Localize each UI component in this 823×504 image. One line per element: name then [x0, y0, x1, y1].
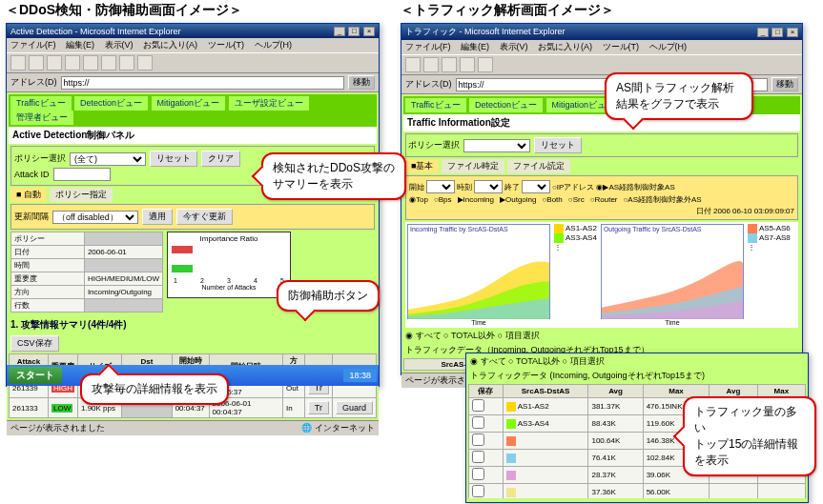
- home-button[interactable]: [478, 57, 493, 72]
- row-checkbox[interactable]: [472, 433, 484, 446]
- menu-help[interactable]: ヘルプ(H): [649, 42, 688, 51]
- tab-traffic[interactable]: Trafficビュー: [10, 96, 72, 111]
- maximize-button[interactable]: □: [348, 27, 360, 36]
- taskbar-clock: 18:38: [343, 369, 377, 382]
- home-button[interactable]: [83, 55, 98, 71]
- tr-button[interactable]: Tr: [308, 401, 329, 414]
- zone-text: 🌐 インターネット: [301, 422, 375, 434]
- date-label: 日付 2006 06-10 03:09:09:07: [409, 206, 794, 216]
- refresh-button[interactable]: [65, 55, 80, 71]
- tab-basic[interactable]: ■基本: [405, 159, 439, 173]
- minimize-button[interactable]: _: [757, 28, 769, 37]
- start-h[interactable]: [426, 180, 455, 193]
- reset-button[interactable]: リセット: [150, 151, 197, 167]
- menu-tools[interactable]: ツール(T): [208, 40, 245, 50]
- interval-select[interactable]: （off disabled）: [52, 211, 138, 224]
- traffic-filter: ポリシー選択 リセット: [405, 133, 798, 157]
- nav-tabs: Trafficビュー Detectionビュー Mitigationビュー ユー…: [9, 94, 377, 127]
- bar-high: [172, 246, 193, 253]
- back-button[interactable]: [405, 57, 421, 72]
- menu-file[interactable]: ファイル(F): [10, 40, 56, 50]
- go-button[interactable]: 移動: [348, 75, 375, 90]
- go-button[interactable]: 移動: [772, 77, 798, 91]
- tab-file2[interactable]: ファイル読定: [507, 159, 570, 173]
- menu-fav[interactable]: お気に入り(A): [538, 42, 592, 51]
- clear-button[interactable]: クリア: [201, 151, 240, 167]
- close-button[interactable]: ×: [363, 27, 375, 36]
- row-checkbox[interactable]: [472, 399, 484, 412]
- now-button[interactable]: 今すぐ更新: [176, 209, 233, 225]
- callout-summary: 検知されたDDoS攻撃の サマリーを表示: [261, 152, 406, 200]
- titlebar: Active Detection - Microsoft Internet Ex…: [7, 24, 379, 38]
- favorites-button[interactable]: [119, 55, 134, 71]
- panel-header: Active Detection制御パネル: [9, 127, 377, 144]
- bar-low: [172, 265, 193, 272]
- detail-radio[interactable]: ◉ すべて ○ TOTAL以外 ○ 項目選択: [466, 353, 808, 370]
- menu-view[interactable]: 表示(V): [500, 42, 528, 51]
- tab-row: ■基本 ファイル時定 ファイル読定: [405, 159, 798, 173]
- menu-help[interactable]: ヘルプ(H): [255, 40, 293, 50]
- refresh-button[interactable]: [460, 57, 475, 72]
- stop-button[interactable]: [442, 57, 457, 72]
- window-controls: _ □ ×: [333, 26, 375, 36]
- address-bar: アドレス(D) 移動: [7, 73, 379, 92]
- row-checkbox[interactable]: [472, 485, 484, 497]
- right-section-title: ＜トラフィック解析画面イメージ＞: [401, 2, 614, 19]
- close-button[interactable]: ×: [787, 28, 798, 37]
- start-m[interactable]: [474, 180, 503, 193]
- tab-detection[interactable]: Detectionビュー: [74, 96, 148, 111]
- apply-button[interactable]: 適用: [142, 209, 173, 225]
- address-input[interactable]: [61, 76, 345, 90]
- menu-edit[interactable]: 編集(E): [461, 42, 489, 51]
- tab-detection[interactable]: Detectionビュー: [469, 98, 543, 112]
- policy-select[interactable]: (全て): [70, 152, 146, 166]
- window-title: トラフィック - Microsoft Internet Explorer: [405, 26, 566, 38]
- history-button[interactable]: [137, 55, 153, 71]
- tab-mitigation[interactable]: Mitigationビュー: [152, 96, 226, 111]
- menu-tools[interactable]: ツール(T): [603, 42, 640, 51]
- attack-id-input[interactable]: [53, 168, 111, 181]
- row-checkbox[interactable]: [472, 416, 484, 429]
- tab-policy[interactable]: ポリシー指定: [50, 188, 113, 202]
- forward-button[interactable]: [423, 57, 439, 72]
- status-text: ページが表示されました: [10, 422, 105, 434]
- start-button[interactable]: スタート: [9, 367, 62, 384]
- callout-guard: 防御補助ボタン: [277, 280, 380, 312]
- tab-file1[interactable]: ファイル時定: [442, 159, 504, 173]
- tab-traffic[interactable]: Trafficビュー: [405, 98, 466, 112]
- statusbar: ページが表示されました 🌐 インターネット: [7, 420, 379, 435]
- menu-edit[interactable]: 編集(E): [66, 40, 94, 50]
- minimize-button[interactable]: _: [334, 27, 345, 36]
- forward-button[interactable]: [29, 55, 44, 71]
- chart-title: Importance Ratio: [170, 234, 288, 243]
- menu-view[interactable]: 表示(V): [105, 40, 134, 50]
- menu-file[interactable]: ファイル(F): [405, 42, 451, 51]
- search-button[interactable]: [101, 55, 116, 71]
- table-row[interactable]: 37.36K56.00K: [469, 484, 806, 499]
- policy-label: ポリシー選択: [14, 152, 66, 165]
- stop-button[interactable]: [47, 55, 62, 71]
- tab-user[interactable]: ユーザ設定ビュー: [229, 96, 309, 111]
- menu-fav[interactable]: お気に入り(A): [143, 40, 197, 50]
- window-title: Active Detection - Microsoft Internet Ex…: [10, 27, 181, 36]
- maximize-button[interactable]: □: [772, 28, 783, 37]
- guard-button[interactable]: Guard: [336, 401, 373, 414]
- row-checkbox[interactable]: [472, 451, 484, 463]
- tab-auto[interactable]: ■ 自動: [10, 188, 47, 202]
- callout-as-traffic: AS間トラフィック解析 結果をグラフで表示: [605, 72, 753, 120]
- footer-radio[interactable]: ◉ すべて ○ TOTAL以外 ○ 項目選択: [405, 330, 798, 342]
- csv-button[interactable]: CSV保存: [10, 335, 59, 352]
- attack-list-header: 1. 攻撃情報サマリ(4件/4件): [10, 318, 375, 332]
- policy-select[interactable]: [463, 139, 530, 152]
- left-section-title: ＜DDoS検知・防御補助画面イメージ＞: [6, 2, 242, 19]
- interval-panel: 更新間隔 （off disabled） 適用 今すぐ更新: [10, 204, 375, 230]
- reset-button[interactable]: リセット: [534, 137, 582, 153]
- interval-label: 更新間隔: [14, 211, 49, 223]
- end-h[interactable]: [522, 180, 550, 193]
- traffic-options: 開始 時刻 終了 ○IPアドレス ◉▶AS経路制御対象AS ◉Top ○Bps …: [405, 175, 798, 220]
- policy-label: ポリシー選択: [408, 139, 460, 151]
- toolbar: [7, 52, 379, 73]
- tab-admin[interactable]: 管理者ビュー: [10, 111, 73, 125]
- back-button[interactable]: [10, 55, 26, 71]
- row-checkbox[interactable]: [472, 468, 484, 480]
